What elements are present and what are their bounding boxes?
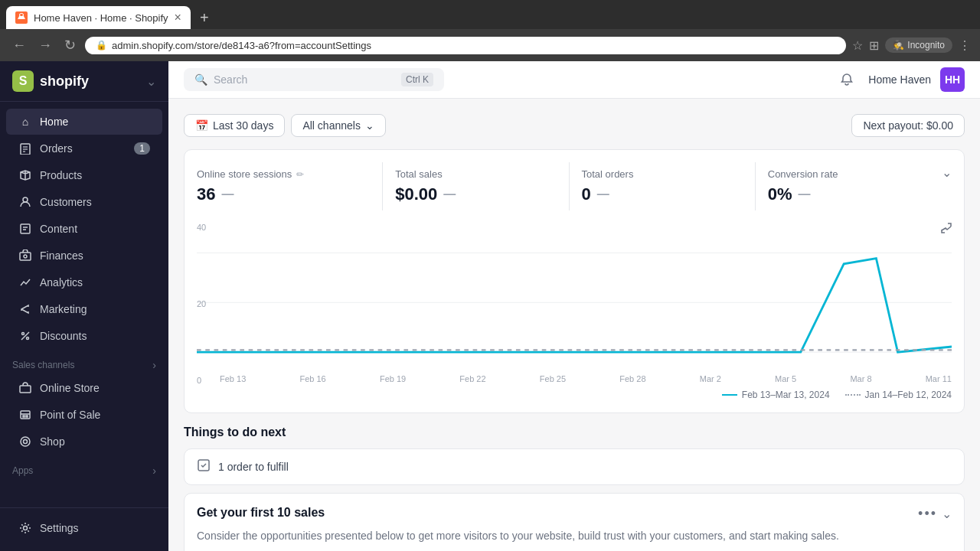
chart-expand-button[interactable] [197,223,952,236]
tab-favicon [15,11,28,24]
shopify-logo-icon: S [12,70,34,92]
sidebar-item-orders[interactable]: Orders 1 [6,135,162,161]
sidebar-item-analytics[interactable]: Analytics [6,269,162,295]
sidebar-label-orders: Orders [40,142,73,155]
chart-area: 40 20 0 [197,223,952,400]
sales-card-title: Get your first 10 sales [197,506,325,520]
apps-expand[interactable]: › [152,465,156,477]
shopify-logo[interactable]: S shopify [12,70,89,92]
store-name-text: Home Haven [868,73,931,86]
y-label-40: 40 [197,223,206,232]
sidebar-item-settings[interactable]: Settings [6,515,162,541]
edit-icon[interactable]: ✏ [296,169,304,180]
sidebar-item-home[interactable]: ⌂ Home [6,109,162,135]
sales-card-header: Get your first 10 sales ••• ⌄ [197,506,952,522]
incognito-button[interactable]: 🕵 Incognito [885,37,952,53]
chart-svg-container [197,242,952,374]
date-range-button[interactable]: 📅 Last 30 days [184,114,285,137]
conversion-metric: Conversion rate 0% — [756,162,942,210]
x-label-feb25: Feb 25 [540,374,566,383]
x-label-mar5: Mar 5 [775,374,796,383]
sidebar-item-content[interactable]: Content [6,216,162,242]
sidebar-label-content: Content [40,223,77,235]
lock-icon: 🔒 [96,40,107,51]
tab-title: Home Haven · Home · Shopify [34,12,168,24]
finances-icon [18,249,32,262]
analytics-card: Online store sessions ✏ 36 — Total sales [184,149,965,413]
x-label-feb16: Feb 16 [299,374,325,383]
svg-rect-5 [21,224,30,233]
chart-with-yaxis: 40 20 0 [197,242,952,374]
x-label-feb28: Feb 28 [619,374,645,383]
sidebar-label-home: Home [40,116,68,128]
notification-button[interactable] [835,67,859,92]
sales-channels-expand[interactable]: › [152,359,156,371]
legend-current: Feb 13–Mar 13, 2024 [722,390,830,400]
incognito-icon: 🕵 [893,40,904,51]
x-axis: Feb 13 Feb 16 Feb 19 Feb 22 Feb 25 Feb 2… [197,374,952,383]
conversion-value: 0% [768,184,792,204]
card-menu-button[interactable]: ••• [918,506,936,522]
conversion-label: Conversion rate [768,168,838,180]
products-icon [18,168,32,182]
avatar-initials: HH [945,73,960,86]
discounts-icon [18,329,32,343]
sidebar-toggle[interactable]: ⌄ [146,74,156,89]
browser-chrome: Home Haven · Home · Shopify × + ← → ↻ 🔒 … [0,0,980,61]
search-icon: 🔍 [194,73,207,86]
x-label-feb13: Feb 13 [220,374,246,383]
sidebar-label-finances: Finances [40,249,83,262]
url-bar[interactable]: 🔒 admin.shopify.com/store/de8143-a6?from… [85,37,846,54]
todo-order-item[interactable]: 1 order to fulfill [184,448,965,485]
sidebar-item-point-of-sale[interactable]: Point of Sale [6,402,162,428]
new-tab-button[interactable]: + [194,7,215,28]
sidebar-header: S shopify ⌄ [0,61,168,102]
pos-icon [18,408,32,422]
search-bar[interactable]: 🔍 Search Ctrl K [184,68,444,91]
store-name-button[interactable]: Home Haven [868,73,931,86]
legend-line-current [722,394,737,396]
sidebar-item-products[interactable]: Products [6,162,162,188]
card-collapse-button[interactable]: ⌄ [942,507,952,521]
back-button[interactable]: ← [9,34,29,57]
sidebar-item-shop[interactable]: Shop [6,429,162,455]
sidebar-label-marketing: Marketing [40,303,87,315]
search-placeholder: Search [214,73,247,86]
sidebar-item-finances[interactable]: Finances [6,243,162,269]
sales-card-controls: ••• ⌄ [918,506,952,522]
right-panel: 🔍 Search Ctrl K Home Haven HH [168,61,980,551]
split-view-button[interactable]: ⊞ [869,38,879,53]
tab-close-button[interactable]: × [175,11,181,24]
avatar[interactable]: HH [940,67,965,92]
forward-button[interactable]: → [35,34,55,57]
sidebar-item-customers[interactable]: Customers [6,189,162,215]
date-range-label: Last 30 days [213,119,273,132]
orders-label: Total orders [582,168,634,180]
app-container: S shopify ⌄ ⌂ Home Orders 1 Product [0,61,980,551]
active-tab[interactable]: Home Haven · Home · Shopify × [6,6,191,29]
sidebar-item-online-store[interactable]: Online Store [6,375,162,401]
main-content: 📅 Last 30 days All channels ⌄ Next payou… [168,99,980,551]
todo-order-text: 1 order to fulfill [218,461,289,473]
sales-card: Get your first 10 sales ••• ⌄ Consider t… [184,493,965,551]
refresh-button[interactable]: ↻ [61,34,79,57]
collapse-button[interactable]: ⌄ [942,165,952,180]
svg-rect-13 [20,386,31,393]
svg-point-9 [24,255,27,258]
bookmark-button[interactable]: ☆ [852,38,863,53]
sidebar-label-customers: Customers [40,196,92,208]
sidebar-label-settings: Settings [40,522,79,534]
menu-button[interactable]: ⋮ [959,38,971,53]
payout-button[interactable]: Next payout: $0.00 [851,114,965,137]
x-label-mar2: Mar 2 [700,374,721,383]
chevron-down-icon: ⌄ [365,119,374,132]
x-label-mar8: Mar 8 [850,374,871,383]
orders-icon [18,142,32,155]
sales-metric: Total sales $0.00 — [383,162,569,210]
channel-button[interactable]: All channels ⌄ [291,114,386,137]
sidebar-item-marketing[interactable]: Marketing [6,296,162,322]
chart-svg [197,242,952,374]
sidebar-item-discounts[interactable]: Discounts [6,323,162,349]
apps-label: Apps [12,465,33,476]
sessions-metric: Online store sessions ✏ 36 — [197,162,383,210]
